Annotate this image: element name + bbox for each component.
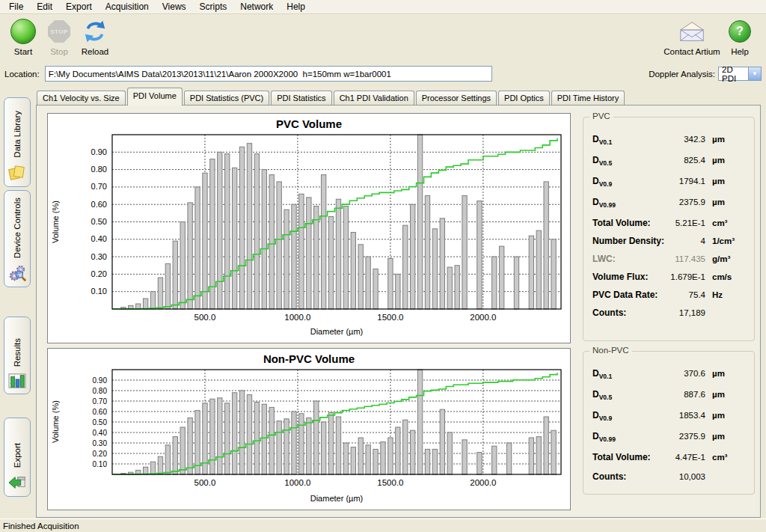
reload-label: Reload (78, 47, 112, 56)
location-label: Location: (4, 70, 40, 79)
menu-item-export[interactable]: Export (59, 0, 99, 13)
tab-pdi-time-history[interactable]: PDI Time History (551, 91, 625, 105)
contact-artium-button[interactable]: Contact Artium (663, 17, 721, 56)
help-button[interactable]: ? Help (723, 17, 757, 56)
svg-text:1000.0: 1000.0 (284, 478, 310, 487)
svg-text:0.70: 0.70 (93, 397, 108, 406)
bar-chart-icon (8, 373, 26, 389)
sidebar-item-label: Data Library (13, 111, 22, 158)
svg-text:2000.0: 2000.0 (470, 313, 496, 322)
sidebar-item-results[interactable]: Results (4, 317, 31, 394)
menu-item-edit[interactable]: Edit (30, 0, 59, 13)
stats-panel-pvc: PVC DV0.1342.3µmDV0.5825.4µmDV0.91794.1µ… (583, 117, 755, 341)
tab-pdi-statistics-pvc-[interactable]: PDI Statistics (PVC) (184, 91, 269, 105)
svg-text:0.50: 0.50 (91, 217, 107, 226)
tab-pdi-statistics[interactable]: PDI Statistics (271, 91, 331, 105)
svg-text:0.70: 0.70 (91, 182, 107, 191)
menu-item-help[interactable]: Help (280, 0, 312, 13)
sidebar-item-label: Results (13, 338, 22, 367)
help-label: Help (723, 47, 757, 56)
export-arrow-icon (7, 474, 27, 492)
x-axis-label: Diameter (µm) (112, 494, 561, 503)
folders-icon (7, 164, 27, 182)
svg-text:0.60: 0.60 (91, 200, 107, 209)
stat-row: DV0.1342.3µm (583, 134, 754, 155)
status-bar: Finished Acquisition (0, 519, 766, 532)
svg-text:1500.0: 1500.0 (377, 313, 403, 322)
svg-text:1500.0: 1500.0 (377, 478, 403, 487)
stat-row: Number Density:41/cm³ (583, 236, 754, 254)
menu-item-file[interactable]: File (2, 0, 30, 13)
svg-text:0.80: 0.80 (93, 387, 108, 395)
stop-button[interactable]: STOP Stop (42, 17, 76, 56)
stat-row: DV0.992375.9µm (583, 431, 754, 452)
sidebar-item-device-controls[interactable]: Device Controls (4, 190, 31, 287)
nonpvc-chart-canvas: 0.100.200.300.400.500.600.700.800.90500.… (48, 349, 570, 510)
sidebar-item-label: Export (13, 443, 22, 468)
group-title: PVC (589, 111, 613, 120)
menu-item-scripts[interactable]: Scripts (193, 0, 234, 13)
stat-row: Counts:17,189 (583, 308, 754, 325)
menu-item-views[interactable]: Views (156, 0, 193, 13)
doppler-analysis-label: Doppler Analysis: (649, 70, 715, 79)
tab-pdi-volume[interactable]: PDI Volume (127, 88, 183, 106)
svg-text:1000.0: 1000.0 (284, 313, 310, 322)
y-axis-label: Volume (%) (51, 370, 60, 474)
svg-text:0.30: 0.30 (91, 252, 107, 261)
svg-text:0.90: 0.90 (91, 147, 107, 156)
start-icon (10, 19, 36, 44)
chart-title: Non-PVC Volume (48, 352, 570, 365)
menu-item-acquisition[interactable]: Acquisition (99, 0, 156, 13)
doppler-analysis-select[interactable]: 2D PDI ▼ (718, 67, 762, 81)
menu-bar: FileEditExportAcquisitionViewsScriptsNet… (0, 0, 766, 14)
stats-panel-nonpvc: Non-PVC DV0.1370.6µmDV0.5887.6µmDV0.9185… (583, 351, 755, 495)
location-input[interactable] (45, 66, 492, 82)
svg-text:0.30: 0.30 (93, 439, 108, 447)
sidebar-item-label: Device Controls (13, 198, 22, 258)
stat-row: DV0.1370.6µm (583, 368, 754, 389)
contact-artium-label: Contact Artium (663, 47, 721, 56)
tab-ch1-pdi-validation[interactable]: Ch1 PDI Validation (334, 91, 414, 105)
stat-row: Counts:10,003 (583, 471, 754, 491)
reload-icon (82, 19, 108, 44)
reload-button[interactable]: Reload (78, 17, 112, 56)
stat-row: DV0.5825.4µm (583, 155, 754, 176)
location-row: Location: Doppler Analysis: 2D PDI ▼ (0, 64, 766, 84)
sidebar-item-export[interactable]: Export (4, 418, 31, 497)
stat-row: Total Volume:5.21E-1cm³ (583, 218, 754, 236)
x-axis-label: Diameter (µm) (112, 327, 561, 336)
pvc-volume-chart: 0.100.200.300.400.500.600.700.800.90500.… (47, 113, 571, 343)
stat-row: DV0.5887.6µm (583, 389, 754, 410)
start-label: Start (6, 47, 40, 56)
status-text: Finished Acquisition (3, 522, 79, 531)
pdi-volume-tab-panel: 0.100.200.300.400.500.600.700.800.90500.… (36, 105, 761, 518)
svg-text:0.60: 0.60 (93, 408, 108, 416)
svg-text:2000.0: 2000.0 (470, 478, 496, 487)
nonpvc-volume-chart: 0.100.200.300.400.500.600.700.800.90500.… (47, 348, 571, 510)
tab-ch1-velocity-vs-size[interactable]: Ch1 Velocity vs. Size (37, 91, 126, 105)
toolbar: Start STOP Stop Reload (0, 15, 766, 63)
menu-item-network[interactable]: Network (233, 0, 280, 13)
help-icon: ? (729, 20, 751, 43)
svg-text:0.40: 0.40 (93, 429, 108, 437)
svg-text:500.0: 500.0 (194, 313, 216, 322)
stat-row: LWC:117.435g/m³ (583, 254, 754, 272)
svg-text:0.10: 0.10 (91, 287, 107, 296)
gears-icon (8, 264, 26, 282)
tab-processor-settings[interactable]: Processor Settings (416, 91, 497, 105)
y-axis-label: Volume (%) (51, 135, 60, 309)
chevron-down-icon[interactable]: ▼ (748, 67, 761, 80)
stat-row: DV0.91794.1µm (583, 176, 754, 197)
sidebar: Data Library Device Controls Results (0, 86, 34, 518)
group-title: Non-PVC (589, 346, 632, 355)
stat-row: PVC Data Rate:75.4Hz (583, 290, 754, 308)
sidebar-item-data-library[interactable]: Data Library (4, 97, 31, 187)
pvc-chart-canvas: 0.100.200.300.400.500.600.700.800.90500.… (48, 114, 570, 343)
stop-icon: STOP (48, 20, 70, 43)
svg-text:0.20: 0.20 (93, 450, 108, 458)
stop-label: Stop (42, 47, 76, 56)
doppler-analysis-value: 2D PDI (719, 65, 748, 83)
start-button[interactable]: Start (6, 17, 40, 56)
stat-row: DV0.992375.9µm (583, 197, 754, 218)
tab-pdi-optics[interactable]: PDI Optics (498, 91, 550, 105)
